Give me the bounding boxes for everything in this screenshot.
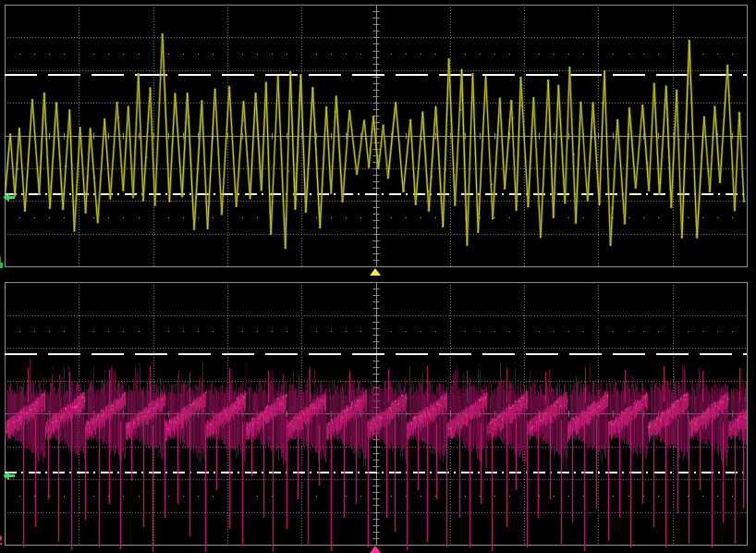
oscilloscope-screen: 1 2 bbox=[0, 0, 756, 553]
ch1-trigger-time-marker-icon[interactable] bbox=[370, 268, 381, 276]
ch2-trigger-time-marker-icon[interactable] bbox=[370, 546, 381, 553]
waveform-canvas bbox=[0, 0, 756, 553]
